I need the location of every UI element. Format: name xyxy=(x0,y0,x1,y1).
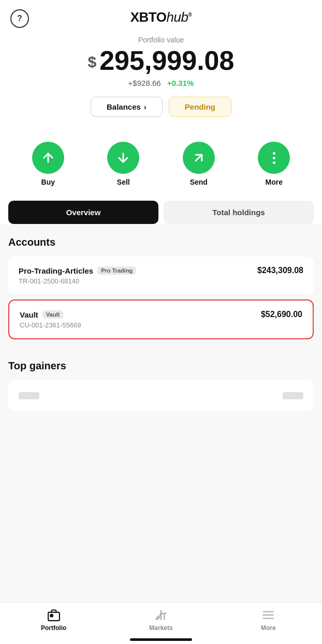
vault-account-badge: Vault xyxy=(42,310,63,319)
tabs-row: Overview Total holdings xyxy=(8,201,314,224)
portfolio-value: $ 295,999.08 xyxy=(10,46,312,76)
dollar-sign: $ xyxy=(88,53,97,70)
svg-rect-5 xyxy=(50,615,52,617)
send-icon xyxy=(192,151,206,165)
accounts-section: Accounts Pro-Trading-Articles Pro Tradin… xyxy=(0,224,322,350)
more-nav-icon xyxy=(261,608,275,622)
balances-button[interactable]: Balances › xyxy=(91,97,163,117)
nav-markets[interactable]: Markets xyxy=(140,608,182,632)
more-action[interactable]: More xyxy=(258,142,290,186)
gainer-placeholder-1 xyxy=(19,392,39,399)
change-percent: +0.31% xyxy=(167,79,194,87)
gainers-section: Top gainers xyxy=(0,350,322,411)
portfolio-label: Portfolio value xyxy=(10,36,312,44)
header: ? XBTOhub® xyxy=(0,0,322,31)
buy-circle xyxy=(32,142,64,174)
sell-circle xyxy=(107,142,139,174)
help-button[interactable]: ? xyxy=(10,9,29,28)
more-label: More xyxy=(266,178,283,186)
pending-button[interactable]: Pending xyxy=(169,97,231,117)
vault-account-amount: $52,690.00 xyxy=(261,310,302,319)
nav-more-label: More xyxy=(261,624,276,632)
tab-total-holdings[interactable]: Total holdings xyxy=(164,201,314,224)
tab-overview[interactable]: Overview xyxy=(8,201,158,224)
more-circle xyxy=(258,142,290,174)
send-label: Send xyxy=(190,178,208,186)
change-amount: +$928.66 xyxy=(128,79,161,87)
gainer-placeholder-2 xyxy=(283,392,303,399)
bottom-indicator xyxy=(130,638,192,641)
portfolio-section: Portfolio value $ 295,999.08 +$928.66 +0… xyxy=(0,31,322,129)
tabs-section: Overview Total holdings xyxy=(0,191,322,224)
bottom-nav: Portfolio Markets More xyxy=(0,602,322,644)
svg-rect-3 xyxy=(48,612,60,621)
vault-account-name: Vault xyxy=(20,310,38,319)
gainers-title: Top gainers xyxy=(8,360,314,372)
account-id: TR-001-2500-68140 xyxy=(19,277,303,285)
buy-icon xyxy=(41,151,55,165)
account-name: Pro-Trading-Articles xyxy=(19,266,93,275)
svg-line-2 xyxy=(196,155,202,161)
nav-more[interactable]: More xyxy=(247,608,289,632)
send-action[interactable]: Send xyxy=(183,142,215,186)
account-card-vault[interactable]: Vault Vault $52,690.00 CU-001-2361-55669 xyxy=(8,299,314,339)
account-name-wrap-vault: Vault Vault xyxy=(20,310,63,319)
account-row-top-vault: Vault Vault $52,690.00 xyxy=(20,310,302,319)
account-card-pro-trading[interactable]: Pro-Trading-Articles Pro Trading $243,30… xyxy=(8,257,314,294)
sell-icon xyxy=(116,151,130,165)
nav-markets-label: Markets xyxy=(149,624,172,632)
send-circle xyxy=(183,142,215,174)
portfolio-change: +$928.66 +0.31% xyxy=(10,79,312,87)
buy-action[interactable]: Buy xyxy=(32,142,64,186)
buy-label: Buy xyxy=(41,178,55,186)
portfolio-amount: 295,999.08 xyxy=(99,46,234,76)
more-dots-icon xyxy=(273,152,275,164)
nav-portfolio[interactable]: Portfolio xyxy=(33,608,75,632)
account-amount: $243,309.08 xyxy=(257,266,303,275)
account-row-top: Pro-Trading-Articles Pro Trading $243,30… xyxy=(19,266,303,275)
nav-portfolio-label: Portfolio xyxy=(41,624,66,632)
actions-section: Buy Sell xyxy=(0,129,322,191)
accounts-title: Accounts xyxy=(8,236,314,248)
sell-label: Sell xyxy=(117,178,130,186)
vault-account-id: CU-001-2361-55669 xyxy=(20,321,302,329)
account-name-wrap: Pro-Trading-Articles Pro Trading xyxy=(19,266,136,275)
portfolio-icon xyxy=(47,608,61,622)
markets-icon xyxy=(154,608,168,622)
account-badge: Pro Trading xyxy=(97,266,136,275)
toggle-row: Balances › Pending xyxy=(10,97,312,117)
actions-row: Buy Sell xyxy=(10,142,312,186)
gainers-preview[interactable] xyxy=(8,380,314,411)
logo: XBTOhub® xyxy=(130,9,192,25)
sell-action[interactable]: Sell xyxy=(107,142,139,186)
